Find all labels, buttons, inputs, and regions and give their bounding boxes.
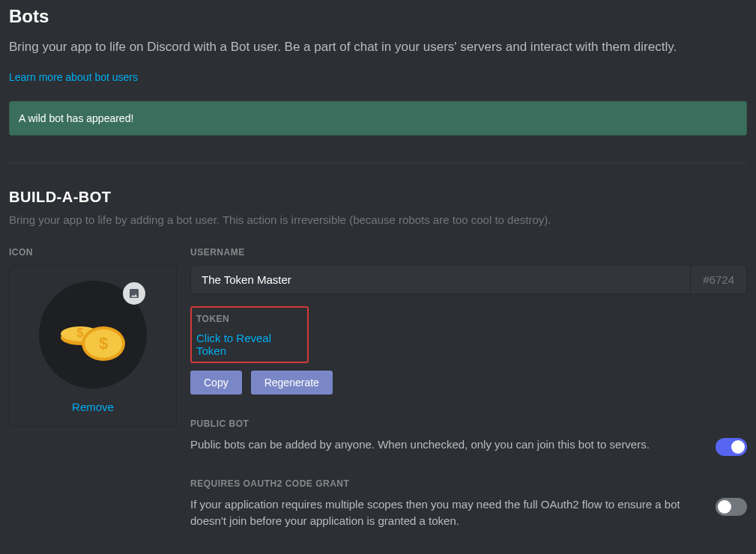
success-banner: A wild bot has appeared! (9, 101, 747, 136)
build-description: Bring your app to life by adding a bot u… (9, 213, 747, 226)
remove-icon-link[interactable]: Remove (72, 401, 114, 413)
coins-icon (61, 308, 125, 361)
oauth-grant-label: REQUIRES OAUTH2 CODE GRANT (190, 478, 747, 489)
copy-button[interactable]: Copy (190, 371, 242, 395)
public-bot-description: Public bots can be added by anyone. When… (190, 436, 701, 454)
oauth-grant-description: If your application requires multiple sc… (190, 496, 701, 530)
username-input[interactable] (190, 265, 690, 294)
learn-more-link[interactable]: Learn more about bot users (9, 71, 138, 83)
divider (9, 162, 747, 163)
username-label: USERNAME (190, 247, 747, 258)
reveal-token-link[interactable]: Click to Reveal Token (196, 332, 303, 357)
token-section: TOKEN Click to Reveal Token (190, 306, 309, 363)
page-title: Bots (9, 6, 747, 27)
upload-image-button[interactable] (123, 282, 145, 305)
icon-box: Remove (9, 265, 177, 427)
build-heading: BUILD-A-BOT (9, 189, 747, 206)
token-label: TOKEN (196, 314, 303, 324)
public-bot-label: PUBLIC BOT (190, 418, 747, 429)
discriminator: #6724 (690, 265, 747, 294)
regenerate-button[interactable]: Regenerate (251, 371, 333, 395)
icon-label: ICON (9, 247, 177, 258)
public-bot-toggle[interactable] (716, 438, 747, 456)
page-description: Bring your app to life on Discord with a… (9, 37, 747, 57)
image-add-icon (128, 287, 140, 299)
oauth-grant-toggle[interactable] (716, 498, 747, 516)
